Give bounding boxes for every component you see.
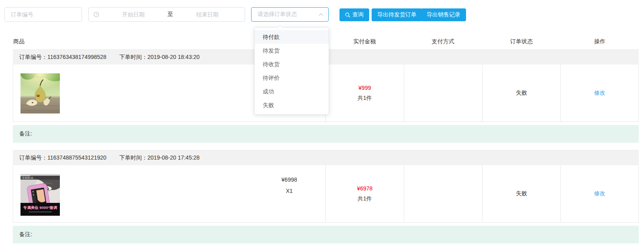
date-range-separator: 至: [166, 11, 175, 18]
column-header-paid-amount: 实付金额: [325, 38, 404, 45]
date-range-picker[interactable]: 至: [88, 7, 245, 22]
end-date-input[interactable]: [175, 11, 240, 18]
product-image-casio-camera: CASIO 专属美妆 9000°微调: [20, 174, 60, 216]
column-header-action: 操作: [561, 38, 639, 45]
order-number-input[interactable]: [4, 7, 82, 22]
unit-price-block: ¥6998 X1: [265, 174, 313, 196]
remark-row: 备注:: [13, 125, 639, 143]
column-header-order-status: 订单状态: [482, 38, 561, 45]
chevron-up-icon: [319, 13, 323, 16]
status-option-failed[interactable]: 失败: [255, 98, 329, 112]
search-button-label: 查询: [352, 11, 364, 18]
order-status: 失败: [516, 89, 527, 97]
paid-amount-cell: ¥6978 共1件: [325, 165, 404, 222]
order-status-select[interactable]: 请选择订单状态: [251, 7, 329, 22]
status-option-pending-payment[interactable]: 待付款: [255, 30, 329, 44]
modify-link[interactable]: 修改: [594, 89, 605, 97]
svg-text:专属美妆 9000°微调: 专属美妆 9000°微调: [23, 205, 57, 210]
unit-price: ¥6998: [265, 174, 313, 185]
order-time-text: 下单时间：2019-08-20 18:43:20: [119, 54, 200, 61]
order-number-text: 订单编号：1163763438174998528: [19, 54, 106, 61]
order-status: 失败: [516, 190, 527, 197]
action-cell: 修改: [560, 165, 638, 222]
unit-quantity: X1: [265, 185, 313, 196]
status-option-success[interactable]: 成功: [255, 85, 329, 98]
order-status-cell: 失败: [482, 65, 561, 121]
column-header-payment-method: 支付方式: [404, 38, 482, 45]
remark-label: 备注:: [19, 130, 32, 138]
product-cell: CASIO 专属美妆 9000°微调 ¥6998 X1: [13, 165, 325, 222]
svg-text:CASIO: CASIO: [22, 176, 34, 179]
export-pending-orders-button[interactable]: 导出待发货订单: [372, 8, 422, 21]
paid-count: 共1件: [358, 95, 372, 102]
product-image-pear: [20, 73, 60, 113]
paid-count: 共1件: [358, 195, 372, 202]
export-sales-records-button[interactable]: 导出销售记录: [421, 8, 466, 21]
order-status-dropdown: 待付款 待发货 待收货 待评价 成功 失败: [254, 27, 329, 115]
status-option-pending-receipt[interactable]: 待收货: [255, 57, 329, 71]
payment-method-cell: [404, 165, 482, 222]
order-row: CASIO 专属美妆 9000°微调 ¥6998 X1: [13, 165, 639, 223]
order-status-placeholder: 请选择订单状态: [258, 11, 319, 18]
status-option-pending-shipment[interactable]: 待发货: [255, 44, 329, 57]
modify-link[interactable]: 修改: [594, 190, 605, 197]
paid-amount: ¥6978: [357, 185, 372, 192]
clock-icon: [94, 12, 99, 17]
payment-method-cell: [404, 65, 482, 121]
paid-amount-cell: ¥999 共1件: [325, 65, 404, 121]
order-status-cell: 失败: [482, 165, 561, 222]
action-cell: 修改: [560, 65, 638, 121]
start-date-input[interactable]: [101, 11, 166, 18]
status-option-pending-review[interactable]: 待评价: [255, 71, 329, 85]
order-header-bar: 订单编号：1163748875543121920 下单时间：2019-08-20…: [13, 150, 639, 165]
search-icon: [345, 12, 350, 18]
order-number-text: 订单编号：1163748875543121920: [19, 154, 106, 162]
order-time-text: 下单时间：2019-08-20 17:45:28: [119, 154, 200, 162]
remark-label: 备注:: [19, 231, 32, 238]
order-block: 订单编号：1163748875543121920 下单时间：2019-08-20…: [13, 150, 639, 243]
remark-row: 备注:: [13, 226, 639, 243]
paid-amount: ¥999: [358, 85, 371, 91]
search-button[interactable]: 查询: [339, 8, 369, 21]
